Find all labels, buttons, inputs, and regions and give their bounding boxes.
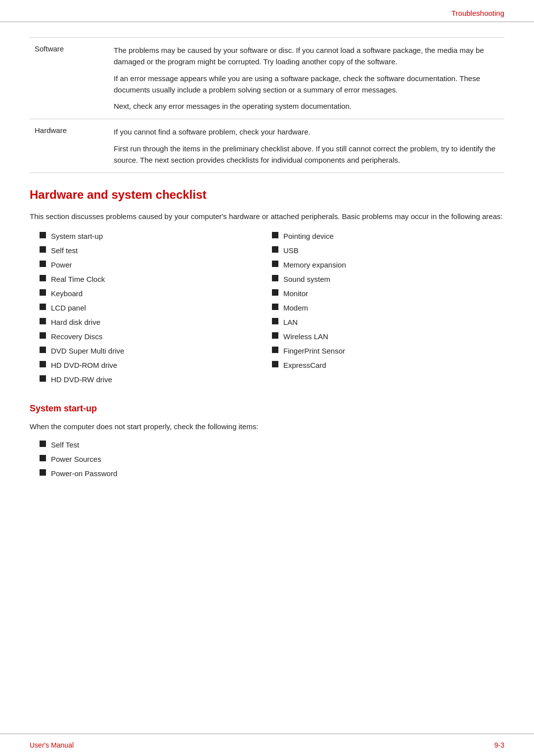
list-item-label: Power-on Password [51,468,117,479]
bullet-icon [40,347,46,353]
bullet-icon [272,304,278,310]
list-item-label: Self test [51,245,78,256]
bullet-icon [40,455,46,461]
bullet-icon [272,261,278,267]
list-item-label: Sound system [283,274,330,284]
list-item: LAN [272,317,504,327]
bullet-icon [272,332,278,339]
bullet-icon [40,289,46,296]
list-item: USB [272,245,504,256]
bullet-icon [40,261,46,267]
system-startup-list: Self TestPower SourcesPower-on Password [40,440,504,479]
list-item: Hard disk drive [40,317,272,327]
row-paragraph: Next, check any error messages in the op… [114,100,499,112]
list-item-label: ExpressCard [283,360,326,370]
list-item: HD DVD-RW drive [40,374,272,385]
system-startup-heading: System start-up [30,403,504,414]
list-item-label: Keyboard [51,288,83,299]
bullet-icon [272,246,278,253]
list-item: Sound system [272,274,504,284]
list-item: Pointing device [272,231,504,241]
list-item-label: LAN [283,317,298,327]
footer-left: User's Manual [30,741,74,749]
list-item: Keyboard [40,288,272,299]
header-title: Troubleshooting [451,9,504,17]
bullet-icon [40,232,46,238]
list-item-label: HD DVD-ROM drive [51,360,117,370]
list-item-label: Recovery Discs [51,331,102,342]
bullet-icon [40,318,46,324]
table-row: HardwareIf you cannot find a software pr… [30,119,504,173]
hardware-list-left: System start-upSelf testPowerReal Time C… [40,231,272,389]
list-item: HD DVD-ROM drive [40,360,272,370]
main-content: SoftwareThe problems may be caused by yo… [0,22,534,502]
bullet-icon [40,304,46,310]
bullet-icon [272,361,278,367]
bullet-icon [40,361,46,367]
row-desc: If you cannot find a software problem, c… [109,119,504,173]
list-item: Modem [272,303,504,313]
list-item-label: Real Time Clock [51,274,105,284]
bullet-icon [272,318,278,324]
row-desc: The problems may be caused by your softw… [109,38,504,119]
list-item-label: Power Sources [51,454,101,464]
list-item: Self test [40,245,272,256]
list-item: Memory expansion [272,260,504,270]
top-header: Troubleshooting [0,0,534,22]
list-item: Power Sources [40,454,504,464]
list-item: ExpressCard [272,360,504,370]
table-row: SoftwareThe problems may be caused by yo… [30,38,504,119]
bullet-icon [40,275,46,281]
list-item-label: FingerPrint Sensor [283,346,345,356]
list-item: LCD panel [40,303,272,313]
row-paragraph: If an error message appears while you ar… [114,73,499,96]
page-container: Troubleshooting SoftwareThe problems may… [0,0,534,756]
row-label: Software [30,38,109,119]
row-paragraph: First run through the items in the preli… [114,143,499,166]
list-item: Self Test [40,440,504,450]
list-item-label: Hard disk drive [51,317,100,327]
bullet-icon [272,275,278,281]
list-item-label: HD DVD-RW drive [51,374,112,385]
bullet-icon [40,375,46,382]
list-item-label: Memory expansion [283,260,346,270]
list-item-label: DVD Super Multi drive [51,346,124,356]
bullet-icon [40,441,46,447]
list-item-label: System start-up [51,231,103,241]
page-footer: User's Manual 9-3 [0,733,534,756]
list-item: Power [40,260,272,270]
list-item-label: Power [51,260,72,270]
hardware-section-heading: Hardware and system checklist [30,188,504,202]
list-item-label: Modem [283,303,308,313]
row-label: Hardware [30,119,109,173]
list-item: DVD Super Multi drive [40,346,272,356]
row-paragraph: If you cannot find a software problem, c… [114,126,499,137]
row-paragraph: The problems may be caused by your softw… [114,44,499,68]
list-item-label: Monitor [283,288,308,299]
bullet-icon [272,289,278,296]
bullet-icon [40,469,46,476]
content-table: SoftwareThe problems may be caused by yo… [30,37,504,173]
list-item-label: USB [283,245,299,256]
bullet-icon [40,246,46,253]
list-item: Power-on Password [40,468,504,479]
list-item: Real Time Clock [40,274,272,284]
hardware-list-container: System start-upSelf testPowerReal Time C… [40,231,504,389]
list-item-label: Self Test [51,440,79,450]
hardware-list-right: Pointing deviceUSBMemory expansionSound … [272,231,504,389]
list-item: Wireless LAN [272,331,504,342]
list-item: Recovery Discs [40,331,272,342]
list-item-label: LCD panel [51,303,86,313]
bullet-icon [272,232,278,238]
hardware-intro-text: This section discusses problems caused b… [30,211,504,222]
bullet-icon [40,332,46,339]
list-item-label: Wireless LAN [283,331,328,342]
list-item: FingerPrint Sensor [272,346,504,356]
list-item: Monitor [272,288,504,299]
list-item: System start-up [40,231,272,241]
bullet-icon [272,347,278,353]
footer-right: 9-3 [494,741,504,749]
list-item-label: Pointing device [283,231,334,241]
system-startup-intro: When the computer does not start properl… [30,421,504,432]
